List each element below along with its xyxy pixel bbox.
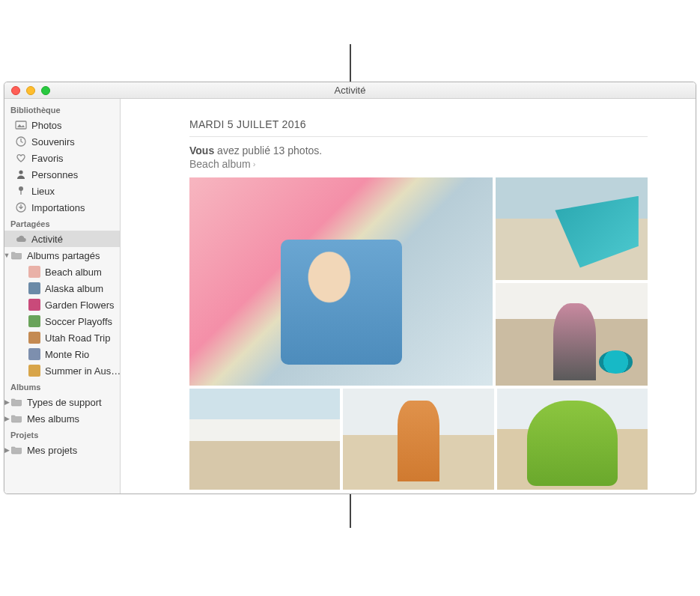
sidebar-item-label: Garden Flowers xyxy=(45,299,114,311)
traffic-lights xyxy=(4,86,50,95)
disclosure-closed-icon[interactable]: ▶ xyxy=(4,415,10,422)
callout-line-top xyxy=(350,44,351,82)
sidebar-item-albums-partag-s[interactable]: ▼Albums partagés xyxy=(4,247,120,264)
sidebar-item-lieux[interactable]: Lieux xyxy=(4,183,120,199)
sidebar-item-photos[interactable]: Photos xyxy=(4,117,120,133)
photo-thumbnail[interactable] xyxy=(496,283,648,386)
sidebar-section-header: Albums xyxy=(4,379,120,394)
disclosure-closed-icon[interactable]: ▶ xyxy=(4,398,10,406)
sidebar-item-mes-projets[interactable]: ▶Mes projets xyxy=(4,442,120,458)
chevron-right-icon: › xyxy=(253,159,256,168)
window-title: Activité xyxy=(4,85,696,96)
svg-point-3 xyxy=(19,170,22,174)
close-window-button[interactable] xyxy=(11,86,20,95)
album-thumb-icon xyxy=(28,332,40,344)
person-icon xyxy=(15,168,27,180)
zoom-window-button[interactable] xyxy=(41,86,50,95)
sidebar-item-soccer-playoffs[interactable]: Soccer Playoffs xyxy=(4,313,120,329)
titlebar: Activité xyxy=(4,82,696,99)
album-thumb-icon xyxy=(28,282,40,294)
sidebar-item-label: Mes albums xyxy=(27,413,79,425)
sidebar-item-favoris[interactable]: Favoris xyxy=(4,150,120,166)
photo-thumbnail[interactable] xyxy=(496,177,648,280)
sidebar-item-label: Personnes xyxy=(31,169,78,180)
sidebar-item-label: Alaska album xyxy=(45,283,103,294)
cloud-icon xyxy=(15,233,27,245)
disclosure-closed-icon[interactable]: ▶ xyxy=(4,446,10,454)
album-thumb-icon xyxy=(28,299,40,311)
sidebar-item-label: Souvenirs xyxy=(31,136,75,148)
sidebar-item-mes-albums[interactable]: ▶Mes albums xyxy=(4,410,120,427)
folder-icon xyxy=(10,396,22,408)
svg-rect-0 xyxy=(16,121,26,129)
sidebar-item-label: Mes projets xyxy=(27,445,77,456)
activity-album-link[interactable]: Beach album › xyxy=(189,158,648,170)
photo-thumbnail[interactable] xyxy=(497,389,648,490)
pin-icon xyxy=(15,185,27,197)
sidebar-item-label: Utah Road Trip xyxy=(45,332,110,344)
photo-thumbnail[interactable] xyxy=(189,389,340,490)
album-thumb-icon xyxy=(28,348,40,360)
folder-icon xyxy=(10,249,22,261)
activity-date: MARDI 5 JUILLET 2016 xyxy=(189,118,648,130)
sidebar-item-importations[interactable]: Importations xyxy=(4,199,120,216)
sidebar-item-label: Types de support xyxy=(27,397,102,408)
sidebar-item-utah-road-trip[interactable]: Utah Road Trip xyxy=(4,329,120,346)
app-window: Activité BibliothèquePhotosSouvenirsFavo… xyxy=(4,82,696,494)
sidebar-item-label: Photos xyxy=(31,120,61,131)
sidebar-item-types-de-support[interactable]: ▶Types de support xyxy=(4,394,120,410)
callout-line-bottom xyxy=(350,494,351,528)
photo-grid-row xyxy=(189,389,648,490)
sidebar-item-label: Monte Rio xyxy=(45,349,89,360)
photo-grid xyxy=(189,177,648,386)
sidebar-item-personnes[interactable]: Personnes xyxy=(4,166,120,183)
divider xyxy=(189,136,648,137)
heart-icon xyxy=(15,152,27,164)
folder-icon xyxy=(10,444,22,456)
sidebar-item-alaska-album[interactable]: Alaska album xyxy=(4,280,120,297)
sidebar-section-header: Projets xyxy=(4,427,120,442)
sidebar-item-label: Beach album xyxy=(45,267,102,278)
sidebar-item-label: Importations xyxy=(31,202,85,213)
activity-blurb: Vous avez publié 13 photos. xyxy=(189,145,648,156)
activity-album-name: Beach album xyxy=(189,158,251,170)
activity-text: avez publié 13 photos. xyxy=(214,145,322,156)
album-thumb-icon xyxy=(28,315,40,327)
import-icon xyxy=(15,201,27,213)
album-thumb-icon xyxy=(28,365,40,377)
photo-thumbnail[interactable] xyxy=(189,177,493,386)
sidebar-item-monte-rio[interactable]: Monte Rio xyxy=(4,346,120,362)
sidebar-item-label: Favoris xyxy=(31,153,64,164)
sidebar-item-label: Albums partagés xyxy=(27,250,100,261)
sidebar-item-garden-flowers[interactable]: Garden Flowers xyxy=(4,297,120,313)
sidebar: BibliothèquePhotosSouvenirsFavorisPerson… xyxy=(4,99,121,493)
minimize-window-button[interactable] xyxy=(26,86,35,95)
sidebar-item-summer-in-aus-[interactable]: Summer in Aus… xyxy=(4,362,120,379)
sidebar-item-label: Activité xyxy=(31,234,63,245)
album-thumb-icon xyxy=(28,266,40,278)
sidebar-item-label: Summer in Aus… xyxy=(45,365,120,377)
activity-view: MARDI 5 JUILLET 2016 Vous avez publié 13… xyxy=(121,99,696,493)
folder-icon xyxy=(10,413,22,425)
sidebar-section-header: Partagées xyxy=(4,216,120,231)
sidebar-item-label: Soccer Playoffs xyxy=(45,316,112,327)
sidebar-section-header: Bibliothèque xyxy=(4,102,120,117)
sidebar-item-beach-album[interactable]: Beach album xyxy=(4,264,120,280)
svg-rect-5 xyxy=(20,190,21,195)
svg-marker-1 xyxy=(17,124,25,127)
sidebar-item-label: Lieux xyxy=(31,186,55,197)
sidebar-item-souvenirs[interactable]: Souvenirs xyxy=(4,133,120,150)
clock-icon xyxy=(15,136,27,148)
photo-thumbnail[interactable] xyxy=(343,389,493,490)
photos-icon xyxy=(15,119,27,131)
activity-user: Vous xyxy=(189,145,214,156)
sidebar-item-activit-[interactable]: Activité xyxy=(4,231,120,247)
disclosure-open-icon[interactable]: ▼ xyxy=(4,252,10,259)
